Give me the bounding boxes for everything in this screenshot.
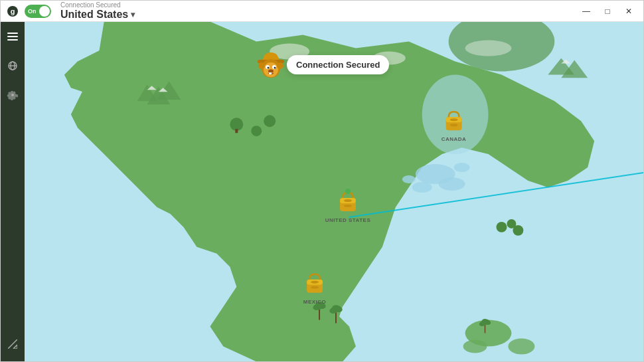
svg-point-25 xyxy=(454,163,470,172)
toggle-group[interactable]: On xyxy=(25,5,51,18)
minimize-button[interactable]: — xyxy=(577,5,596,18)
titlebar: g On Connection Secured United States ▾ … xyxy=(1,1,643,22)
svg-text:UNITED STATES: UNITED STATES xyxy=(325,217,371,223)
main-area: CANADA UNITED STATES xyxy=(1,22,643,361)
svg-rect-3 xyxy=(7,36,18,37)
toggle-on-label: On xyxy=(28,8,37,15)
beaver-tooltip-group: Connection Secured xyxy=(254,47,389,82)
sidebar xyxy=(1,22,25,361)
svg-rect-16 xyxy=(235,129,238,133)
app-window: g On Connection Secured United States ▾ … xyxy=(0,0,644,362)
svg-point-24 xyxy=(412,182,432,193)
sidebar-icon-menu[interactable] xyxy=(3,27,22,46)
toggle-knob xyxy=(39,6,50,17)
svg-point-73 xyxy=(258,62,265,69)
svg-point-55 xyxy=(344,205,352,207)
connection-tooltip: Connection Secured xyxy=(287,55,389,74)
vpn-toggle[interactable]: On xyxy=(25,5,51,18)
connection-tooltip-text: Connection Secured xyxy=(296,60,380,70)
svg-point-74 xyxy=(277,62,283,69)
svg-point-23 xyxy=(439,177,465,191)
map-container: CANADA UNITED STATES xyxy=(25,22,643,361)
svg-text:CANADA: CANADA xyxy=(442,136,467,142)
svg-point-29 xyxy=(508,339,534,355)
connection-info: Connection Secured United States ▾ xyxy=(60,1,135,21)
svg-point-56 xyxy=(345,189,351,194)
svg-point-49 xyxy=(450,118,458,121)
beaver-mascot xyxy=(254,47,288,82)
chevron-down-icon: ▾ xyxy=(131,10,135,19)
svg-point-30 xyxy=(463,340,487,353)
svg-point-50 xyxy=(450,124,458,126)
svg-point-42 xyxy=(513,225,523,236)
selected-country: United States xyxy=(60,9,128,21)
sidebar-icon-globe[interactable] xyxy=(3,56,22,75)
titlebar-left: g On Connection Secured United States ▾ xyxy=(1,1,135,21)
svg-rect-2 xyxy=(7,33,18,34)
svg-point-18 xyxy=(264,115,276,127)
country-selector[interactable]: United States ▾ xyxy=(60,9,135,21)
svg-point-61 xyxy=(311,286,319,289)
svg-point-54 xyxy=(344,199,352,202)
svg-text:MEXICO: MEXICO xyxy=(303,299,326,305)
svg-point-40 xyxy=(496,222,507,232)
svg-rect-72 xyxy=(269,72,272,74)
svg-point-45 xyxy=(465,40,512,56)
window-controls: — □ ✕ xyxy=(577,5,638,18)
maximize-button[interactable]: □ xyxy=(598,5,617,18)
sidebar-icon-settings[interactable] xyxy=(3,86,22,104)
svg-point-69 xyxy=(268,67,270,69)
svg-text:g: g xyxy=(11,7,15,15)
sidebar-icon-resize[interactable] xyxy=(3,335,22,353)
app-icon: g xyxy=(6,5,19,18)
svg-rect-4 xyxy=(7,39,18,41)
svg-point-71 xyxy=(268,70,274,73)
svg-point-70 xyxy=(274,67,276,69)
svg-point-17 xyxy=(251,126,262,136)
close-button[interactable]: ✕ xyxy=(619,5,638,18)
svg-point-26 xyxy=(402,175,416,183)
connection-status-label: Connection Secured xyxy=(60,1,135,9)
svg-point-60 xyxy=(311,281,319,284)
